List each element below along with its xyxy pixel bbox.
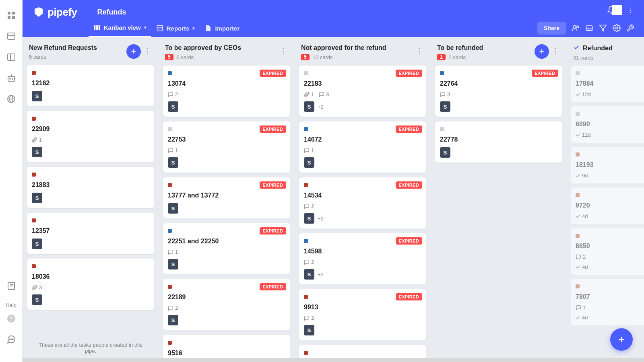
kanban-card[interactable]: 9720 4d: [571, 187, 644, 224]
tab-reports[interactable]: Reports▾: [151, 19, 200, 37]
tab-importer[interactable]: Importer: [200, 19, 244, 37]
kanban-card[interactable]: EXPIRED13074 2S: [163, 65, 291, 117]
assignee-avatar: S: [32, 91, 42, 101]
column-menu-icon[interactable]: ⋮: [551, 47, 560, 56]
kanban-card[interactable]: 18193 9d: [571, 147, 644, 183]
comment-count: 3: [440, 91, 450, 97]
card-label-dot: [440, 71, 444, 75]
comment-count: 1: [304, 147, 314, 153]
expired-badge: EXPIRED: [396, 70, 422, 77]
header: ☺ ⋮ pipefy Refunds Kanban view▾ Reports▾: [23, 0, 644, 37]
card-label-dot: [440, 127, 444, 131]
svg-text:?: ?: [9, 315, 13, 322]
kanban-card[interactable]: 6890 12d: [571, 106, 644, 143]
column-add-button[interactable]: +: [535, 44, 549, 59]
svg-rect-4: [8, 33, 15, 39]
svg-rect-26: [99, 25, 100, 30]
kanban-card[interactable]: 8650 2 4d: [571, 228, 644, 275]
card-title: 18036: [32, 273, 149, 280]
expired-badge: EXPIRED: [396, 181, 422, 189]
kanban-card[interactable]: 21883S: [27, 167, 155, 208]
fab-add-button[interactable]: +: [610, 328, 633, 351]
card-title: 7807: [576, 293, 644, 300]
gear-icon[interactable]: [613, 24, 621, 32]
assignee-avatar: S: [440, 147, 450, 158]
card-title: 9516: [168, 350, 285, 357]
globe-icon[interactable]: [6, 94, 16, 104]
assignee-avatar: S: [32, 294, 42, 305]
column-count: 12 cards: [437, 54, 532, 60]
expired-badge: EXPIRED: [260, 70, 286, 77]
expired-badge: EXPIRED: [260, 181, 286, 189]
wrench-icon[interactable]: [626, 24, 634, 32]
inbox-icon[interactable]: [585, 24, 593, 32]
attachment-count: 3: [32, 284, 42, 290]
column-title: To be refunded: [437, 44, 532, 51]
kanban-card[interactable]: [299, 345, 427, 362]
kanban-card[interactable]: EXPIRED22251 and 22250 1S: [163, 223, 291, 275]
chat-icon[interactable]: [6, 335, 16, 344]
kanban-card[interactable]: 9516: [163, 335, 291, 362]
column-add-button[interactable]: +: [126, 44, 141, 59]
board-icon[interactable]: [6, 52, 16, 62]
card-title: 13074: [168, 80, 285, 87]
kanban-card[interactable]: 17884 12d: [571, 66, 644, 102]
kanban-card[interactable]: 22909 1S: [27, 111, 155, 162]
column-menu-icon[interactable]: ⋮: [415, 47, 424, 56]
card-title: 22764: [440, 80, 557, 87]
kanban-card[interactable]: EXPIRED14598 2S+2: [299, 233, 427, 285]
kanban-card[interactable]: 18036 3S: [27, 258, 155, 310]
logo[interactable]: pipefy: [32, 6, 77, 19]
assignee-avatar: S: [168, 259, 178, 269]
card-label-dot: [576, 284, 580, 288]
share-button[interactable]: Share: [537, 22, 566, 35]
assignee-avatar: S: [304, 325, 314, 335]
kanban-card[interactable]: EXPIRED22189 2S: [163, 279, 291, 331]
column-badge: 5: [165, 54, 173, 60]
card-age: 12d: [576, 91, 591, 97]
filter-icon[interactable]: [599, 24, 607, 32]
card-age: 12d: [576, 132, 591, 138]
doc-icon[interactable]: [6, 281, 16, 291]
header-menu-icon[interactable]: ⋮: [626, 6, 634, 14]
tab-kanban[interactable]: Kanban view▾: [89, 19, 151, 37]
expired-badge: EXPIRED: [260, 125, 286, 133]
card-label-dot: [304, 295, 308, 299]
left-rail: Help ?: [0, 0, 23, 362]
svg-rect-3: [12, 16, 15, 19]
column-count: 5 cards: [29, 54, 124, 60]
card-age: 4d: [576, 264, 588, 270]
card-age: 9d: [576, 173, 588, 179]
column-title: Not approved for the refund: [301, 44, 413, 51]
card-label-dot: [168, 229, 172, 233]
assignee-avatar: S: [304, 269, 314, 280]
card-label-dot: [168, 183, 172, 187]
kanban-card[interactable]: 12162S: [27, 65, 155, 107]
card-age: 4d: [576, 213, 588, 219]
svg-rect-27: [157, 25, 163, 31]
user-avatar[interactable]: ☺: [612, 5, 622, 15]
assignee-avatar: S: [304, 101, 314, 112]
column-title: To be approved by CEOs: [165, 44, 277, 51]
kanban-card[interactable]: EXPIRED13777 and 13772S: [163, 177, 291, 219]
list-icon[interactable]: [6, 31, 16, 41]
kanban-card[interactable]: EXPIRED14672 1S: [299, 121, 427, 173]
apps-icon[interactable]: [6, 10, 16, 20]
column-menu-icon[interactable]: ⋮: [279, 47, 288, 56]
kanban-card[interactable]: EXPIRED22183 1 3S+2: [299, 65, 427, 117]
robot-icon[interactable]: [6, 73, 16, 83]
assignee-avatar: S: [304, 213, 314, 224]
members-icon[interactable]: [572, 24, 580, 32]
column-menu-icon[interactable]: ⋮: [142, 47, 152, 56]
assignee-avatar: S: [168, 315, 178, 325]
kanban-card[interactable]: EXPIRED14534 2S+2: [299, 177, 427, 229]
kanban-card[interactable]: 7807 1 4d: [571, 279, 644, 325]
svg-point-20: [9, 339, 10, 340]
help-icon[interactable]: ?: [6, 314, 16, 323]
kanban-card[interactable]: EXPIRED22764 3S: [435, 65, 563, 117]
kanban-card[interactable]: EXPIRED22753 1S: [163, 121, 291, 173]
kanban-card[interactable]: EXPIRED9913 2S: [299, 289, 427, 341]
svg-rect-0: [8, 12, 10, 14]
kanban-card[interactable]: 12357S: [27, 212, 155, 254]
kanban-card[interactable]: 22778S: [435, 121, 563, 163]
